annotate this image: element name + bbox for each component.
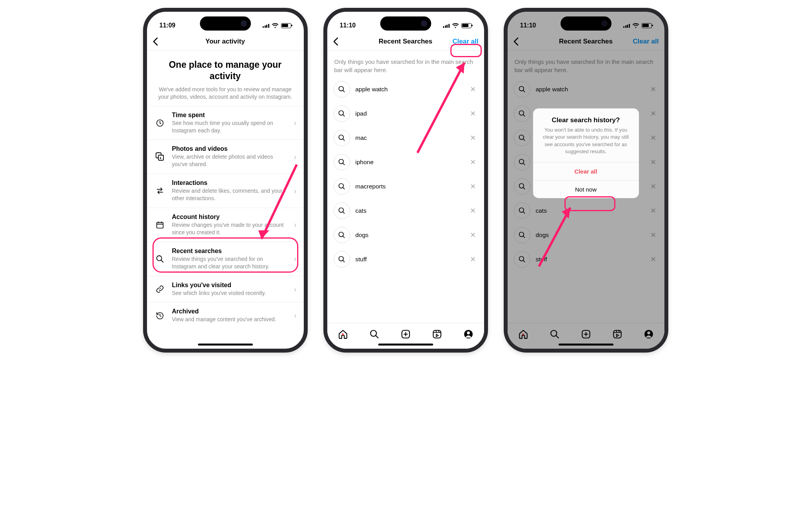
tab-search[interactable] [369, 329, 380, 339]
search-icon [334, 203, 350, 219]
search-icon [334, 178, 350, 195]
item-account-history[interactable]: Account history Review changes you've ma… [147, 208, 304, 242]
home-indicator[interactable] [198, 344, 253, 346]
item-title: Links you've visited [172, 282, 288, 289]
search-term: stuff [356, 256, 463, 263]
item-time-spent[interactable]: Time spent See how much time you usually… [147, 106, 304, 140]
chevron-right-icon: › [294, 152, 297, 161]
item-sub: See how much time you usually spend on I… [172, 119, 288, 134]
page-title: Your activity [205, 38, 245, 45]
calendar-icon [154, 221, 166, 229]
remove-button[interactable]: ✕ [468, 255, 478, 264]
phone-recent-searches: 11:10 Recent Searches Clear all Only thi… [323, 8, 488, 353]
swap-icon [154, 186, 166, 195]
clear-all-button[interactable]: Clear all [452, 38, 478, 45]
nav-header: Your activity [147, 33, 304, 51]
search-row[interactable]: apple watch ✕ [327, 77, 484, 101]
item-title: Interactions [172, 179, 288, 186]
remove-button[interactable]: ✕ [468, 231, 478, 239]
header-subtext: Only things you have searched for in the… [327, 51, 484, 77]
home-indicator[interactable] [559, 344, 613, 346]
modal-body: You won't be able to undo this. If you c… [533, 127, 639, 162]
search-icon [334, 251, 350, 268]
item-title: Time spent [172, 112, 288, 119]
search-term: mac [356, 134, 463, 141]
search-icon [154, 255, 166, 263]
archive-icon [154, 311, 166, 320]
wifi-icon [272, 23, 279, 28]
search-term: dogs [356, 232, 463, 239]
tab-add[interactable] [400, 329, 411, 339]
search-row[interactable]: macreports ✕ [327, 174, 484, 199]
item-recent-searches[interactable]: Recent searches Review things you've sea… [147, 242, 304, 276]
search-term: iphone [356, 159, 463, 166]
remove-button[interactable]: ✕ [468, 109, 478, 118]
search-icon [334, 105, 350, 122]
modal-cancel-button[interactable]: Not now [533, 180, 639, 198]
search-term: ipad [356, 110, 463, 117]
search-row[interactable]: stuff ✕ [327, 247, 484, 271]
item-sub: See which links you've visited recently. [172, 290, 288, 297]
hero-subtitle: We've added more tools for you to review… [158, 86, 293, 101]
status-time: 11:10 [340, 22, 356, 29]
link-icon [154, 285, 166, 293]
remove-button[interactable]: ✕ [468, 182, 478, 191]
clock-icon [154, 119, 166, 127]
svg-rect-17 [433, 330, 441, 338]
item-sub: View, archive or delete photos and video… [172, 153, 288, 168]
item-title: Account history [172, 214, 288, 221]
search-row[interactable]: cats ✕ [327, 199, 484, 223]
tab-reels[interactable] [432, 329, 443, 339]
phone-clear-modal: 11:10 Recent Searches Clear all Only thi… [504, 8, 668, 353]
item-photos-videos[interactable]: Photos and videos View, archive or delet… [147, 140, 304, 174]
home-indicator[interactable] [378, 344, 433, 346]
search-icon [334, 130, 350, 146]
item-title: Recent searches [172, 248, 288, 255]
device-notch [200, 16, 251, 31]
phone-your-activity: 11:09 Your activity One place to manage … [143, 8, 308, 353]
search-row[interactable]: iphone ✕ [327, 150, 484, 174]
search-term: cats [356, 207, 463, 214]
item-sub: Review and delete likes, comments, and y… [172, 187, 288, 202]
svg-rect-2 [158, 155, 163, 160]
remove-button[interactable]: ✕ [468, 158, 478, 166]
remove-button[interactable]: ✕ [468, 85, 478, 94]
tab-profile[interactable] [463, 329, 474, 339]
media-icon [154, 152, 166, 161]
item-interactions[interactable]: Interactions Review and delete likes, co… [147, 174, 304, 208]
page-title: Recent Searches [379, 38, 432, 45]
chevron-right-icon: › [294, 220, 297, 229]
tab-home[interactable] [337, 329, 348, 339]
item-sub: Review changes you've made to your accou… [172, 221, 288, 236]
cellular-icon [443, 23, 450, 28]
chevron-right-icon: › [294, 285, 297, 294]
hero-title: One place to manage your activity [158, 59, 293, 82]
search-row[interactable]: ipad ✕ [327, 101, 484, 126]
back-button[interactable] [333, 37, 338, 46]
search-list: apple watch ✕ ipad ✕ mac ✕ iphone ✕ macr… [327, 77, 484, 271]
battery-icon [281, 23, 291, 28]
back-button[interactable] [152, 37, 158, 46]
chevron-right-icon: › [294, 118, 297, 127]
search-row[interactable]: mac ✕ [327, 126, 484, 150]
modal-clear-button[interactable]: Clear all [533, 162, 639, 180]
svg-point-19 [467, 331, 470, 334]
item-title: Photos and videos [172, 145, 288, 152]
nav-header: Recent Searches Clear all [327, 33, 484, 51]
item-title: Archived [172, 308, 288, 315]
hero-section: One place to manage your activity We've … [147, 51, 304, 106]
activity-list: Time spent See how much time you usually… [147, 106, 304, 329]
search-row[interactable]: dogs ✕ [327, 223, 484, 247]
item-links-visited[interactable]: Links you've visited See which links you… [147, 276, 304, 303]
chevron-right-icon: › [294, 254, 297, 263]
search-icon [334, 154, 350, 170]
item-archived[interactable]: Archived View and manage content you've … [147, 302, 304, 329]
search-icon [334, 227, 350, 243]
battery-icon [461, 23, 472, 28]
search-term: macreports [356, 183, 463, 190]
status-time: 11:09 [160, 22, 176, 29]
search-term: apple watch [356, 86, 463, 93]
remove-button[interactable]: ✕ [468, 134, 478, 142]
remove-button[interactable]: ✕ [468, 206, 478, 215]
cellular-icon [263, 23, 269, 28]
